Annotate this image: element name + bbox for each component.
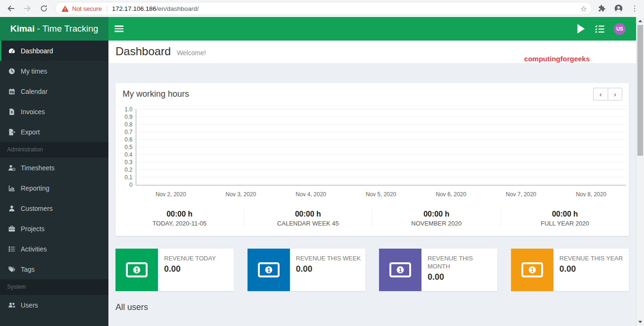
money-bill-icon: 1: [379, 249, 421, 291]
stat-week: 00:00 h CALENDAR WEEK 45: [244, 210, 373, 227]
x-axis-label: Nov 4, 2020: [276, 191, 346, 198]
y-axis-tickmark: [134, 117, 136, 117]
scrollbar-thumb[interactable]: [637, 25, 643, 156]
tags-icon: [7, 266, 17, 273]
stat-month: 00:00 h NOVEMBER 2020: [372, 210, 501, 227]
revenue-today-box: 1 REVENUE TODAY0.00: [116, 249, 234, 291]
sidebar-item-label: Calendar: [21, 88, 48, 95]
y-axis-tickmark: [134, 109, 136, 109]
y-axis-tick: 0.6: [118, 137, 132, 142]
customer-icon: [7, 205, 17, 212]
chart-nav-buttons: ‹ ›: [593, 88, 622, 100]
sidebar-item-my-times[interactable]: My times: [0, 61, 108, 81]
sidebar-item-label: Invoices: [21, 108, 45, 116]
address-bar[interactable]: Not secure | 172.17.106.186/en/dashboard…: [55, 2, 592, 15]
y-axis-tick: 0.1: [118, 175, 132, 180]
y-axis-tickmark: [134, 177, 136, 177]
sidebar-item-calendar[interactable]: Calendar: [0, 81, 108, 101]
svg-text:1: 1: [530, 267, 534, 274]
sidebar-item-customers[interactable]: Customers: [0, 198, 108, 218]
browser-toolbar: Not secure | 172.17.106.186/en/dashboard…: [0, 0, 644, 17]
start-timer-play-icon[interactable]: [577, 24, 585, 33]
chart-next-button[interactable]: ›: [608, 88, 622, 100]
warning-triangle-icon: [61, 5, 69, 12]
sidebar-item-reporting[interactable]: Reporting: [0, 178, 108, 198]
sidebar-toggle-icon[interactable]: [115, 24, 124, 33]
sidebar-item-label: Timesheets: [21, 164, 55, 172]
x-axis-label: Nov 3, 2020: [206, 191, 276, 198]
chart-gridline: [136, 139, 626, 140]
chart-gridline: [136, 169, 626, 170]
sidebar-item-label: Export: [21, 128, 40, 136]
working-hours-plot: 00.10.20.30.40.50.60.70.80.91.0: [136, 109, 626, 185]
y-axis-tickmark: [134, 184, 136, 185]
page-scrollbar[interactable]: [636, 17, 644, 326]
sidebar-item-label: My times: [21, 67, 47, 75]
page-subtitle: Welcome!: [177, 49, 206, 57]
y-axis-tick: 0.8: [118, 122, 132, 127]
forward-icon[interactable]: [23, 4, 32, 13]
sidebar-item-activities[interactable]: Activities: [0, 239, 108, 259]
svg-text:1: 1: [398, 267, 402, 274]
chart-gridline: [136, 117, 626, 117]
scroll-down-icon[interactable]: [636, 318, 644, 326]
stat-year: 00:00 h FULL YEAR 2020: [501, 210, 629, 227]
bookmark-star-icon[interactable]: ☆: [580, 4, 587, 13]
y-axis-tickmark: [134, 154, 136, 155]
x-axis-label: Nov 8, 2020: [556, 191, 626, 198]
dashboard-icon: [7, 47, 17, 55]
sidebar-item-label: Reporting: [21, 184, 50, 192]
invoice-icon: $: [7, 108, 17, 116]
page-title: Dashboard: [116, 45, 171, 58]
watermark-text: computingforgeeks: [524, 55, 590, 63]
x-axis-label: Nov 2, 2020: [136, 191, 206, 198]
sidebar-item-timesheets[interactable]: Timesheets: [0, 158, 108, 178]
briefcase-icon: [7, 225, 17, 233]
app-logo[interactable]: Kimai- Time Tracking: [0, 17, 108, 41]
chart-gridline: [136, 109, 626, 109]
money-bill-icon: 1: [511, 249, 553, 291]
sidebar-item-tags[interactable]: Tags: [0, 259, 108, 279]
y-axis-tick: 0.7: [118, 129, 132, 135]
reload-icon[interactable]: [39, 4, 49, 13]
chart-gridline: [136, 147, 626, 147]
revenue-year-box: 1 REVENUE THIS YEAR0.00: [511, 249, 629, 291]
y-axis-tick: 0.2: [118, 167, 132, 173]
sidebar-item-projects[interactable]: Projects: [0, 218, 108, 239]
user-avatar[interactable]: US: [614, 23, 626, 35]
y-axis-tick: 0.5: [118, 144, 132, 150]
money-bill-icon: 1: [248, 249, 290, 291]
x-axis-label: Nov 5, 2020: [346, 191, 416, 198]
y-axis-tick: 0.4: [118, 152, 132, 158]
bar-chart-icon: [7, 184, 17, 192]
sidebar-item-label: Tags: [21, 266, 35, 273]
all-users-title: All users: [116, 302, 629, 312]
sidebar-item-dashboard[interactable]: Dashboard: [0, 41, 108, 61]
y-axis-tick: 0.3: [118, 159, 132, 165]
sidebar: Dashboard My times Calendar $ Invoices E…: [0, 41, 108, 326]
browser-menu-icon[interactable]: ⋮: [631, 5, 638, 12]
sidebar-item-label: Activities: [21, 245, 47, 253]
chart-prev-button[interactable]: ‹: [593, 88, 608, 100]
chart-gridline: [136, 124, 626, 125]
back-icon[interactable]: [6, 4, 16, 13]
clock-icon: [7, 67, 17, 75]
y-axis-tick: 1.0: [118, 107, 132, 112]
sidebar-item-invoices[interactable]: $ Invoices: [0, 101, 108, 122]
user-clock-icon: [7, 164, 17, 172]
y-axis-tickmark: [134, 147, 136, 147]
browser-profile-icon[interactable]: [614, 4, 623, 13]
svg-text:1: 1: [267, 267, 270, 274]
y-axis-tickmark: [134, 162, 136, 162]
tasks-checklist-icon[interactable]: [594, 25, 605, 33]
sidebar-item-users[interactable]: Users: [0, 295, 108, 315]
extensions-puzzle-icon[interactable]: [597, 4, 606, 13]
omnibox-separator: |: [106, 5, 108, 12]
hours-summary-row: 00:00 h TODAY, 2020-11-05 00:00 h CALEND…: [116, 203, 629, 236]
x-axis-label: Nov 6, 2020: [416, 191, 486, 198]
scroll-up-icon[interactable]: [636, 17, 644, 25]
working-hours-title: My working hours: [123, 89, 189, 99]
stat-today: 00:00 h TODAY, 2020-11-05: [116, 210, 244, 227]
sidebar-item-export[interactable]: Export: [0, 122, 108, 142]
url-host: 172.17.106.186: [112, 5, 157, 12]
